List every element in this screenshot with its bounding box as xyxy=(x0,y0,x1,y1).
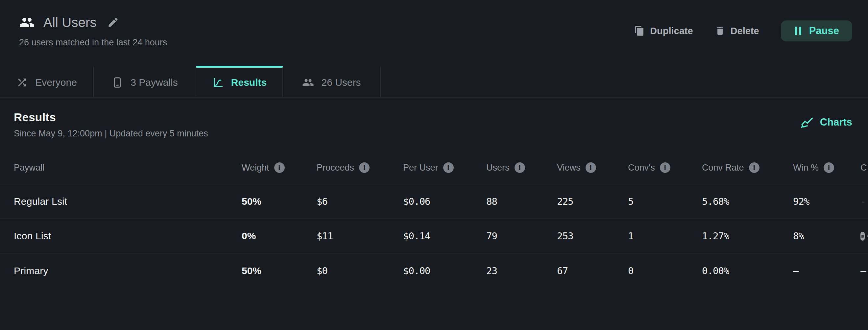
pause-icon xyxy=(794,26,803,36)
metric-value: 5.68% xyxy=(702,196,793,207)
metric-value: 23 xyxy=(486,265,557,276)
phone-icon xyxy=(112,76,123,89)
tab-26-users[interactable]: 26 Users xyxy=(283,66,381,97)
column-label: Conv Rate xyxy=(702,163,744,173)
metric-value: $6 xyxy=(317,196,403,207)
metric-value: 1 xyxy=(628,230,702,241)
cutoff-metric-value: – xyxy=(861,265,868,276)
people-icon xyxy=(19,14,35,30)
info-icon[interactable]: i xyxy=(660,162,671,173)
metric-value: 67 xyxy=(557,265,628,276)
metric-value: 92% xyxy=(793,196,861,207)
column-header-proceeds: Proceedsi xyxy=(317,162,403,173)
matched-users-subtitle: 26 users matched in the last 24 hours xyxy=(19,37,167,48)
metric-value: 50% xyxy=(242,265,317,276)
metric-value: 253 xyxy=(557,230,628,241)
metric-value: 5 xyxy=(628,196,702,207)
table-row: Icon List0%$11$0.147925311.27%8% xyxy=(0,219,868,254)
metric-value: – xyxy=(793,265,861,276)
metric-value: 225 xyxy=(557,196,628,207)
title-block: All Users 26 users matched in the last 2… xyxy=(19,14,167,66)
tab-everyone[interactable]: Everyone xyxy=(0,66,94,97)
metric-value: $11 xyxy=(317,230,403,241)
table-row: Regular Lsit50%$6$0.068822555.68%92%- xyxy=(0,185,868,219)
top-actions: Duplicate Delete Pause xyxy=(634,21,852,41)
edit-title-button[interactable] xyxy=(107,16,119,28)
info-icon[interactable]: i xyxy=(749,162,760,173)
metric-value: 50% xyxy=(242,196,317,207)
metric-value: 0% xyxy=(242,230,317,241)
tab-results[interactable]: Results xyxy=(196,66,283,97)
results-subheading: Since May 9, 12:00pm | Updated every 5 m… xyxy=(14,129,208,139)
tab-3-paywalls[interactable]: 3 Paywalls xyxy=(94,66,196,97)
chart-icon xyxy=(212,76,224,89)
table-row: Primary50%$0$0.00236700.00%–– xyxy=(0,254,868,288)
column-header-conv-s: Conv'si xyxy=(628,162,702,173)
pencil-icon xyxy=(107,16,119,28)
info-icon[interactable]: i xyxy=(824,162,834,173)
duplicate-button[interactable]: Duplicate xyxy=(634,26,693,36)
badge-pill xyxy=(861,232,865,241)
pause-label: Pause xyxy=(809,25,839,37)
column-label: Conv's xyxy=(628,163,655,173)
column-label: C xyxy=(861,163,867,173)
cutoff-metric-value: - xyxy=(861,196,868,207)
metric-value: 8% xyxy=(793,230,861,241)
column-header-paywall: Paywall xyxy=(14,163,242,173)
column-header-win-: Win %i xyxy=(793,162,861,173)
column-label: Views xyxy=(557,163,581,173)
column-label: Weight xyxy=(242,163,269,173)
column-label: Proceeds xyxy=(317,163,354,173)
info-icon[interactable]: i xyxy=(359,162,370,173)
column-header-conv-rate: Conv Ratei xyxy=(702,162,793,173)
people-icon xyxy=(302,76,314,89)
top-bar: All Users 26 users matched in the last 2… xyxy=(0,0,868,66)
paywall-name: Primary xyxy=(14,265,242,276)
shuffle-icon xyxy=(16,76,28,89)
table-header-row: PaywallWeightiProceedsiPer UseriUsersiVi… xyxy=(0,151,868,185)
tab-label: Results xyxy=(231,77,267,88)
pause-button[interactable]: Pause xyxy=(781,21,852,41)
experiment-page: All Users 26 users matched in the last 2… xyxy=(0,0,868,330)
results-title-block: Results Since May 9, 12:00pm | Updated e… xyxy=(14,111,208,139)
delete-label: Delete xyxy=(731,26,759,36)
column-header-views: Viewsi xyxy=(557,162,628,173)
metric-value: $0 xyxy=(317,265,403,276)
metric-value: $0.00 xyxy=(403,265,486,276)
column-label: Win % xyxy=(793,163,819,173)
results-bar: Results Since May 9, 12:00pm | Updated e… xyxy=(0,98,868,151)
delete-button[interactable]: Delete xyxy=(715,26,759,36)
copy-icon xyxy=(634,26,645,36)
column-header-users: Usersi xyxy=(486,162,557,173)
tab-bar: Everyone3 PaywallsResults26 Users xyxy=(0,66,868,98)
page-title: All Users xyxy=(43,15,97,30)
column-header-per-user: Per Useri xyxy=(403,162,486,173)
results-heading: Results xyxy=(14,111,208,124)
paywall-name: Icon List xyxy=(14,230,242,241)
duplicate-label: Duplicate xyxy=(650,26,693,36)
info-icon[interactable]: i xyxy=(586,162,596,173)
column-label: Paywall xyxy=(14,163,44,173)
info-icon[interactable]: i xyxy=(515,162,525,173)
tab-label: Everyone xyxy=(35,77,77,88)
metric-value: 79 xyxy=(486,230,557,241)
charts-button[interactable]: Charts xyxy=(800,116,852,129)
column-label: Users xyxy=(486,163,509,173)
tab-label: 26 Users xyxy=(321,77,361,88)
trash-icon xyxy=(715,26,725,36)
metric-value: 0 xyxy=(628,265,702,276)
column-header-c: C xyxy=(861,163,868,173)
right-edge-badge xyxy=(861,232,868,241)
metric-value: 1.27% xyxy=(702,230,793,241)
column-label: Per User xyxy=(403,163,438,173)
paywall-name: Regular Lsit xyxy=(14,196,242,207)
info-icon[interactable]: i xyxy=(443,162,454,173)
metric-value: 0.00% xyxy=(702,265,793,276)
info-icon[interactable]: i xyxy=(274,162,285,173)
charts-label: Charts xyxy=(820,117,852,128)
metric-value: $0.14 xyxy=(403,230,486,241)
chart-line-icon xyxy=(800,116,814,129)
metric-value: $0.06 xyxy=(403,196,486,207)
table-body: Regular Lsit50%$6$0.068822555.68%92%-Ico… xyxy=(0,185,868,288)
column-header-weight: Weighti xyxy=(242,162,317,173)
